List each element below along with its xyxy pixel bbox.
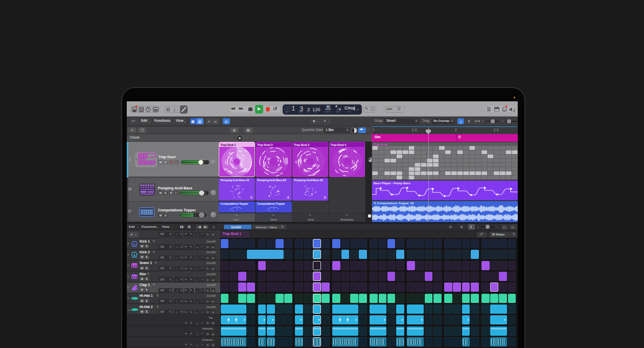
svg-text:?: ? [147, 107, 149, 111]
svg-text:{⋅⋅: {⋅⋅ [174, 107, 178, 112]
